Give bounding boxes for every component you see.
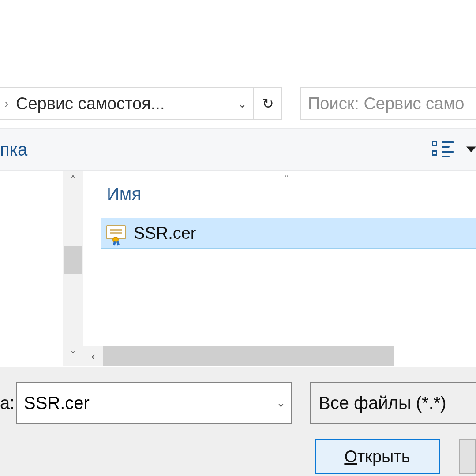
certificate-icon [106, 225, 126, 241]
filename-row: а: SSR.cer ⌄ Все файлы (*.*) [0, 382, 476, 424]
filename-value: SSR.cer [24, 393, 90, 413]
chevron-down-icon[interactable]: ⌄ [237, 97, 247, 111]
filename-label: а: [0, 393, 16, 413]
breadcrumb-current: Сервис самостоя... [13, 94, 165, 113]
file-name: SSR.cer [134, 224, 196, 243]
horizontal-scrollbar[interactable]: ‹ [83, 346, 476, 366]
refresh-icon: ↻ [262, 95, 274, 112]
sort-ascending-icon[interactable]: ˄ [284, 174, 289, 185]
scroll-down-icon[interactable]: ˅ [63, 346, 83, 366]
search-input[interactable]: Поиск: Сервис само [300, 87, 476, 120]
open-mnemonic: О [344, 447, 357, 466]
spacer [394, 346, 476, 366]
filename-input[interactable]: SSR.cer ⌄ [16, 382, 292, 424]
dialog-blank-top [0, 0, 476, 87]
chevron-down-icon[interactable]: ⌄ [276, 396, 286, 410]
scroll-track[interactable] [103, 346, 394, 366]
toolbar: пка [0, 128, 476, 171]
file-row[interactable]: SSR.cer [101, 218, 476, 249]
spacer [282, 87, 300, 120]
nav-pane[interactable] [0, 171, 63, 366]
file-list-pane[interactable]: ˄ Имя SSR.cer [83, 171, 476, 366]
view-options-icon[interactable] [432, 141, 457, 158]
svg-marker-0 [466, 146, 476, 152]
cancel-button[interactable] [459, 439, 476, 474]
address-bar-row: › Сервис самостоя... ⌄ ↻ Поиск: Сервис с… [0, 87, 476, 120]
breadcrumb[interactable]: › Сервис самостоя... ⌄ [0, 87, 254, 120]
breadcrumb-separator-icon: › [0, 97, 13, 111]
scroll-thumb[interactable] [64, 246, 82, 274]
main-area: ˄ ˅ ˄ Имя SSR.cer [0, 171, 476, 366]
bottom-panel: а: SSR.cer ⌄ Все файлы (*.*) Открыть [0, 367, 476, 476]
button-row: Открыть [0, 436, 476, 476]
nav-scrollbar[interactable]: ˄ ˅ [63, 171, 83, 366]
file-type-filter[interactable]: Все файлы (*.*) [310, 382, 476, 424]
new-folder-button[interactable]: пка [0, 140, 36, 160]
scroll-left-icon[interactable]: ‹ [83, 346, 103, 366]
scroll-up-icon[interactable]: ˄ [63, 171, 83, 190]
open-button[interactable]: Открыть [315, 439, 440, 474]
search-placeholder: Поиск: Сервис само [308, 94, 465, 113]
filter-label: Все файлы (*.*) [319, 393, 446, 413]
column-header-name[interactable]: Имя [107, 184, 141, 204]
open-label-rest: ткрыть [357, 447, 410, 466]
more-options-dropdown-icon[interactable] [466, 143, 476, 156]
refresh-button[interactable]: ↻ [254, 87, 282, 120]
